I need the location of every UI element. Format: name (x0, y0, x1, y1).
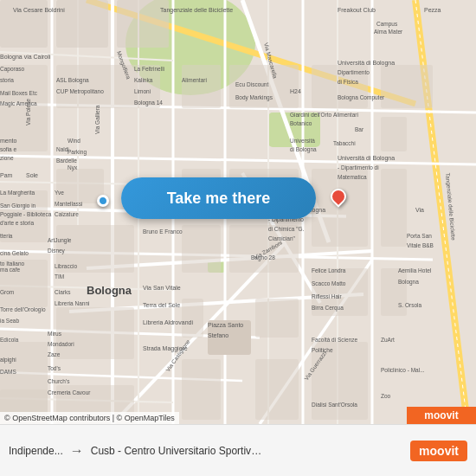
svg-text:Church's: Church's (48, 378, 70, 384)
svg-text:Bruno E Franco: Bruno E Franco (143, 228, 183, 235)
svg-text:zione: zione (0, 155, 14, 161)
svg-text:DAMS: DAMS (0, 369, 16, 375)
svg-text:Mail Boxes Etc: Mail Boxes Etc (0, 90, 38, 96)
svg-text:Limoni: Limoni (134, 88, 151, 94)
svg-text:Pam: Pam (0, 172, 13, 178)
svg-text:Bologna: Bologna (398, 279, 419, 286)
svg-text:Porta San: Porta San (407, 233, 432, 239)
svg-rect-45 (56, 307, 134, 359)
svg-text:Cremeria Cavour: Cremeria Cavour (48, 389, 91, 396)
svg-rect-61 (381, 117, 407, 151)
svg-text:Edicola: Edicola (0, 337, 19, 343)
svg-text:Matematica: Matematica (338, 174, 367, 180)
destination-marker (329, 189, 344, 209)
svg-text:sofia e: sofia e (0, 146, 17, 152)
svg-text:Alimentari: Alimentari (182, 77, 207, 83)
svg-rect-59 (381, 65, 433, 108)
svg-text:Campus: Campus (376, 21, 398, 28)
svg-rect-64 (381, 268, 407, 316)
svg-text:Via Galliera: Via Galliera (94, 105, 100, 134)
svg-text:S. Orsola: S. Orsola (398, 302, 421, 308)
svg-text:Dialisi Sant'Orsola: Dialisi Sant'Orsola (312, 402, 357, 408)
svg-rect-52 (182, 225, 221, 273)
svg-rect-55 (182, 359, 221, 420)
svg-text:H24: H24 (290, 88, 301, 94)
svg-rect-62 (381, 169, 407, 247)
svg-text:Birra Cerqua: Birra Cerqua (312, 305, 344, 312)
svg-rect-54 (182, 299, 203, 338)
svg-text:Body Markings: Body Markings (235, 94, 273, 101)
svg-text:Mantellassi: Mantellassi (55, 201, 83, 207)
origin-stop: Indipende... (9, 445, 63, 457)
svg-text:Tod's: Tod's (48, 365, 61, 371)
svg-rect-57 (255, 359, 299, 420)
svg-text:Ecu Discount: Ecu Discount (235, 81, 268, 87)
svg-text:Parking: Parking (68, 149, 87, 156)
svg-text:Bologna via Cairoli: Bologna via Cairoli (0, 54, 51, 61)
svg-text:ZuArt: ZuArt (381, 337, 395, 343)
destination-stop: Cusb - Centro Universitario Sportivo B..… (91, 445, 264, 457)
svg-text:Clarks: Clarks (55, 289, 71, 295)
svg-text:di Fisica: di Fisica (338, 79, 358, 85)
svg-text:Mondadori: Mondadori (48, 341, 74, 347)
svg-text:Botanico: Botanico (290, 120, 312, 126)
svg-text:Stefano: Stefano (208, 332, 228, 338)
map-attribution: © OpenStreetMap contributors | © OpenMap… (0, 412, 179, 424)
svg-text:Bardelle: Bardelle (56, 158, 77, 164)
svg-text:Libreria Nanni: Libreria Nanni (55, 300, 89, 306)
svg-text:Università di Bologna: Università di Bologna (338, 155, 395, 162)
svg-text:Felice  Londra: Felice Londra (312, 267, 346, 273)
svg-text:Mirus: Mirus (48, 331, 62, 337)
map-container: Bologna Via Cesare Boldrini Tangenziale … (0, 0, 476, 424)
svg-text:Giardini dell'Orto: Giardini dell'Orto (290, 112, 332, 118)
svg-text:CUP Metropolitano: CUP Metropolitano (56, 88, 104, 95)
svg-text:Kalinka: Kalinka (134, 77, 153, 83)
svg-text:Nyx: Nyx (68, 164, 78, 171)
svg-text:Tangenziale delle Biciclette: Tangenziale delle Biciclette (160, 7, 233, 14)
svg-text:Piazza Santo: Piazza Santo (208, 322, 243, 328)
svg-text:alpighi: alpighi (0, 357, 16, 363)
take-me-there-button[interactable]: Take me there (121, 177, 316, 219)
svg-text:cina Gelato: cina Gelato (0, 250, 29, 256)
attribution-text: © OpenStreetMap contributors | © OpenMap… (4, 414, 175, 422)
svg-text:San Giorgio in: San Giorgio in (0, 203, 36, 209)
svg-text:Policlinico - Mal...: Policlinico - Mal... (381, 367, 425, 373)
svg-text:Pezza: Pezza (424, 7, 441, 13)
svg-text:Via Cesare Boldrini: Via Cesare Boldrini (13, 7, 65, 13)
svg-text:ArtJungle: ArtJungle (48, 237, 72, 244)
svg-text:ia Seab: ia Seab (0, 318, 19, 324)
svg-text:Sole: Sole (26, 172, 38, 178)
svg-text:Via Polese: Via Polese (25, 99, 31, 125)
svg-rect-48 (182, 65, 221, 108)
svg-text:Magic America: Magic America (0, 100, 37, 107)
svg-text:Libreria Aldrovandi: Libreria Aldrovandi (143, 319, 193, 325)
svg-text:Aemilia Hotel: Aemilia Hotel (398, 267, 432, 273)
svg-text:Torre dell'Orologio: Torre dell'Orologio (0, 306, 46, 313)
bottom-bar: Indipende... → Cusb - Centro Universitar… (0, 424, 476, 476)
svg-text:Tabacchi: Tabacchi (333, 140, 356, 146)
svg-text:Poggiale - Biblioteca: Poggiale - Biblioteca (0, 211, 52, 218)
svg-text:di Chimica "G.: di Chimica "G. (268, 226, 305, 232)
svg-text:Università di Bologna: Università di Bologna (338, 60, 395, 67)
svg-text:ASL Bologna: ASL Bologna (56, 77, 89, 84)
moovit-logo-text: moovit (424, 409, 458, 421)
svg-text:mento: mento (0, 138, 17, 144)
arrow-icon: → (70, 443, 84, 459)
svg-text:Grom: Grom (0, 289, 14, 295)
svg-text:Wind: Wind (68, 138, 80, 144)
svg-text:Alimentari: Alimentari (333, 112, 358, 118)
svg-text:Bologna 14: Bologna 14 (134, 100, 163, 106)
svg-text:ma cafe: ma cafe (0, 267, 21, 273)
svg-text:Terra del Sole: Terra del Sole (143, 302, 180, 308)
origin-marker (97, 195, 109, 207)
svg-text:Via San Vitale: Via San Vitale (143, 285, 181, 291)
moovit-map-logo: moovit (407, 407, 476, 424)
svg-text:Zoo: Zoo (381, 393, 391, 399)
svg-text:Zaze: Zaze (48, 351, 61, 357)
svg-text:Bologna Computer: Bologna Computer (338, 94, 385, 101)
svg-text:Ciamician": Ciamician" (268, 235, 296, 241)
svg-text:La Feltrinelli: La Feltrinelli (134, 66, 164, 72)
svg-text:La Margherita: La Margherita (0, 190, 35, 196)
svg-text:Disney: Disney (48, 248, 66, 254)
svg-text:Libraccio: Libraccio (55, 263, 77, 269)
